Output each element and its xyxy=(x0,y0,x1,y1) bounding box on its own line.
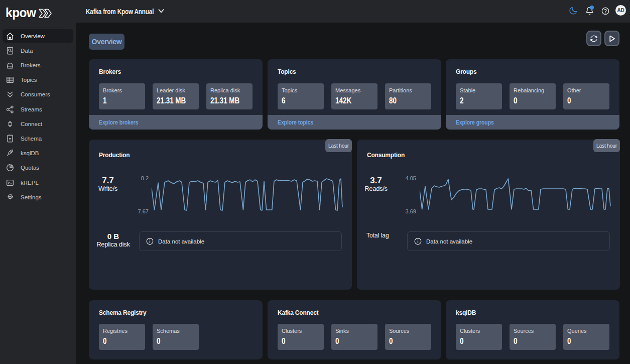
svg-text:kpow: kpow xyxy=(6,6,37,20)
